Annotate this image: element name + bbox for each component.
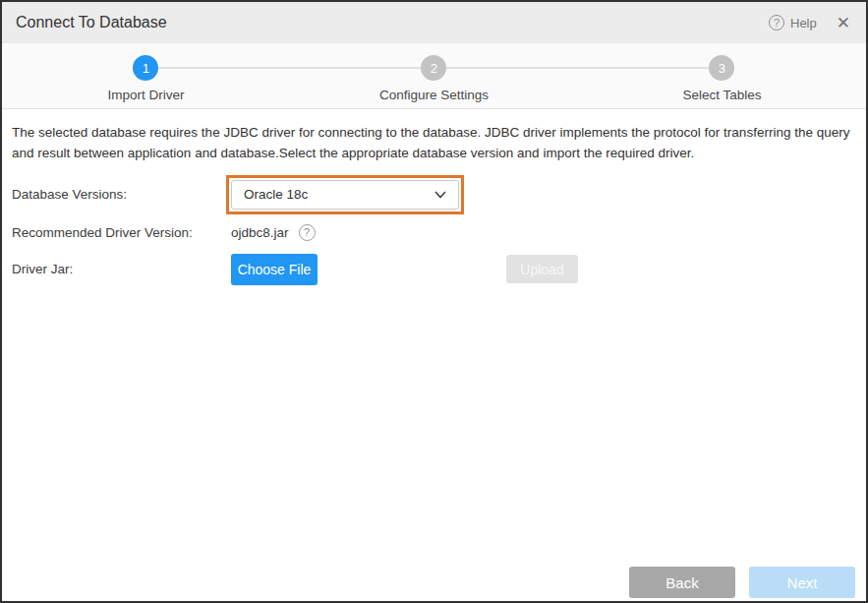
back-button[interactable]: Back [629, 567, 735, 598]
connect-to-database-dialog: Connect To Database ? Help ✕ 1 Import Dr… [0, 0, 868, 603]
highlight-annotation-box: Oracle 18c [226, 175, 464, 214]
close-icon[interactable]: ✕ [837, 15, 850, 31]
recommended-driver-label: Recommended Driver Version: [12, 225, 231, 240]
database-version-select[interactable]: Oracle 18c [231, 180, 459, 210]
step-1-circle: 1 [133, 55, 158, 81]
driver-jar-label: Driver Jar: [12, 262, 231, 276]
database-versions-row: Database Versions: Oracle 18c [12, 175, 856, 214]
titlebar-actions: ? Help ✕ [769, 15, 850, 31]
next-button[interactable]: Next [749, 567, 855, 598]
choose-file-button[interactable]: Choose File [231, 254, 318, 285]
step-3-label: Select Tables [682, 88, 761, 102]
step-3-circle: 3 [709, 55, 734, 81]
upload-button[interactable]: Upload [506, 255, 578, 283]
dialog-footer: Back Next [629, 567, 855, 598]
dialog-content: The selected database requires the JDBC … [2, 109, 866, 601]
jdbc-description-text: The selected database requires the JDBC … [12, 122, 856, 164]
driver-info-question-icon[interactable]: ? [299, 224, 316, 241]
step-1-label: Import Driver [107, 88, 184, 102]
step-select-tables: 3 Select Tables [578, 43, 866, 108]
step-2-label: Configure Settings [379, 88, 489, 102]
dialog-titlebar: Connect To Database ? Help ✕ [2, 2, 866, 43]
help-button[interactable]: ? Help [769, 15, 817, 30]
recommended-driver-row: Recommended Driver Version: ojdbc8.jar ? [12, 224, 856, 241]
chevron-down-icon [434, 191, 446, 199]
step-configure-settings: 2 Configure Settings [290, 43, 578, 108]
driver-jar-row: Driver Jar: Choose File Upload [12, 254, 856, 285]
help-icon: ? [769, 15, 784, 30]
recommended-driver-value: ojdbc8.jar [231, 225, 289, 240]
database-version-selected-value: Oracle 18c [244, 187, 308, 202]
help-label: Help [790, 16, 817, 30]
database-versions-label: Database Versions: [12, 187, 231, 202]
step-import-driver: 1 Import Driver [2, 43, 290, 108]
wizard-stepper: 1 Import Driver 2 Configure Settings 3 S… [2, 43, 866, 109]
step-2-circle: 2 [421, 55, 446, 81]
dialog-title: Connect To Database [16, 14, 167, 31]
